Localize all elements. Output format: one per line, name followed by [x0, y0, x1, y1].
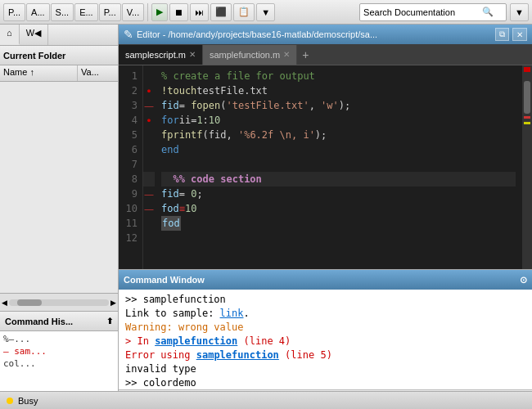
code-line-10: fod ≡ 10	[161, 201, 516, 216]
tab-a[interactable]: A...	[26, 3, 50, 21]
toolbar-btn-3[interactable]: ⬛	[210, 3, 232, 21]
search-input[interactable]	[363, 7, 482, 17]
cmd-error-loc: (line 4)	[237, 335, 291, 347]
cmd-prompt-1: >> samplefunction	[125, 294, 226, 305]
tab-label-2: samplefunction.m	[210, 50, 280, 60]
toolbar-btn-5[interactable]: ▼	[256, 3, 275, 21]
tab-p1[interactable]: P...	[3, 3, 25, 21]
toolbar-filter[interactable]: ▼	[510, 3, 529, 21]
editor-window: ✎ Editor - /home/andy/projects/base16-ma…	[119, 25, 532, 270]
col-name-header: Name ↑	[0, 65, 78, 81]
cmd-line-2: Link to sample: link.	[125, 307, 525, 321]
editor-scrollbar-right[interactable]	[522, 65, 532, 269]
scroll-thumb-right	[524, 81, 530, 114]
editor-close[interactable]: ✕	[512, 28, 527, 41]
editor-title: Editor - /home/andy/projects/base16-matl…	[137, 29, 377, 39]
hist-item-3[interactable]: col...	[3, 357, 115, 370]
line-numbers: 1 2 3 4 5 6 7 8 9 10 11 12	[119, 65, 143, 269]
titlebar-right: ⧉ ✕	[495, 28, 527, 41]
tab-close-1[interactable]: ✕	[189, 51, 196, 59]
tab-s[interactable]: S...	[51, 3, 74, 21]
scroll-left-icon[interactable]: ◀	[2, 299, 7, 307]
toolbar-btn-4[interactable]: 📋	[233, 3, 255, 21]
cmd-invalid-type: invalid type	[125, 363, 196, 375]
sidebar-scroll-area[interactable]: ◀ ▶	[0, 293, 118, 311]
run-button[interactable]: ▶	[151, 3, 168, 21]
cmd-line-1: >> samplefunction	[125, 293, 525, 307]
code-line-2: !touch testFile.txt	[161, 83, 516, 98]
cmd-line-5: Error using samplefunction (line 5)	[125, 348, 525, 362]
sidebar-header-label: Current Folder	[3, 51, 65, 61]
cmd-link-period: .	[244, 308, 250, 319]
editor-titlebar: ✎ Editor - /home/andy/projects/base16-ma…	[119, 25, 532, 44]
code-line-8: %% code section	[161, 172, 516, 187]
busy-indicator	[7, 398, 13, 404]
hist-item-1[interactable]: %–...	[3, 333, 115, 345]
titlebar-left: ✎ Editor - /home/andy/projects/base16-ma…	[124, 28, 377, 41]
cmd-line-7: >> colordemo	[125, 376, 525, 389]
cmd-error-loc2: (line 5)	[279, 349, 332, 361]
col-val-header: Va...	[78, 65, 118, 81]
cmd-title: Command Window	[124, 275, 205, 285]
tab-p2[interactable]: P...	[99, 3, 121, 21]
editor-tabs: samplescript.m ✕ samplefunction.m ✕ +	[119, 44, 532, 65]
cmd-history-expand[interactable]: ⬆	[106, 317, 113, 326]
cmd-link[interactable]: link	[220, 308, 244, 319]
file-table	[0, 82, 118, 293]
cmd-error-func2[interactable]: samplefunction	[196, 349, 279, 361]
toolbar-btn-1[interactable]: ⏹	[169, 3, 188, 21]
search-box: 🔍	[359, 3, 507, 21]
scroll-right-icon[interactable]: ▶	[110, 299, 116, 307]
cmd-error-in: > In	[125, 335, 155, 347]
tab-close-2[interactable]: ✕	[283, 51, 290, 59]
editor-area: ✎ Editor - /home/andy/projects/base16-ma…	[119, 25, 532, 409]
cmd-content[interactable]: >> samplefunction Link to sample: link. …	[119, 290, 532, 389]
cmd-link-label: Link to sample:	[125, 308, 220, 319]
toolbar: P... A... S... E... P... V... ▶ ⏹ ⏭ ⬛ 📋 …	[0, 0, 532, 25]
editor-undock[interactable]: ⧉	[495, 28, 509, 41]
cmd-line-6: invalid type	[125, 362, 525, 376]
cmd-history-title: Command His...	[5, 317, 73, 326]
marker-column: · ● — ● — —	[143, 65, 155, 269]
editor-tab-samplescript[interactable]: samplescript.m ✕	[119, 45, 203, 65]
editor-tab-add[interactable]: +	[297, 45, 313, 65]
code-line-6: end	[161, 142, 516, 157]
command-window: Command Window ⊙ >> samplefunction Link …	[119, 270, 532, 409]
sidebar-folder-header: Current Folder	[0, 46, 118, 65]
tab-v[interactable]: V...	[122, 3, 145, 21]
search-icon: 🔍	[482, 7, 494, 17]
cmd-titlebar: Command Window ⊙	[119, 270, 532, 290]
cmd-prompt-2: >> colordemo	[125, 377, 196, 389]
sidebar-tab-folder[interactable]: ⌂	[0, 25, 20, 45]
statusbar: Busy	[0, 391, 532, 409]
file-table-header: Name ↑ Va...	[0, 65, 118, 82]
code-line-9: fid = 0;	[161, 187, 516, 201]
toolbar-btn-2[interactable]: ⏭	[190, 3, 209, 21]
status-text: Busy	[18, 396, 38, 406]
hist-item-2[interactable]: – sam...	[3, 345, 115, 357]
code-line-7	[161, 157, 516, 172]
code-line-3: fid = fopen('testFile.txt', 'w');	[161, 98, 516, 113]
cmd-history-header: Command His... ⬆	[0, 312, 118, 331]
scroll-thumb	[17, 299, 42, 306]
sidebar-tabs: ⌂ W◀	[0, 25, 118, 46]
editor-content: 1 2 3 4 5 6 7 8 9 10 11 12 · ● —	[119, 65, 532, 269]
cmd-expand-icon[interactable]: ⊙	[520, 275, 527, 285]
sidebar-tab-workspace[interactable]: W◀	[20, 25, 48, 45]
code-line-12	[161, 231, 516, 245]
tab-e[interactable]: E...	[74, 3, 98, 21]
scroll-track[interactable]	[9, 299, 109, 306]
code-line-11: fod	[161, 216, 516, 231]
code-line-5: fprintf(fid, '%6.2f \n, i');	[161, 128, 516, 142]
cmd-error-func[interactable]: samplefunction	[155, 335, 237, 347]
cmd-error-using: Error using	[125, 349, 196, 361]
tab-label-1: samplescript.m	[125, 50, 186, 60]
editor-icon: ✎	[124, 28, 133, 41]
toolbar-tabs: P... A... S... E... P... V...	[3, 3, 148, 21]
main-layout: ⌂ W◀ Current Folder Name ↑ Va... ◀ ▶ Com…	[0, 25, 532, 409]
code-area[interactable]: % create a file for output !touch testFi…	[155, 65, 522, 269]
code-line-1: % create a file for output	[161, 69, 516, 83]
editor-tab-samplefunction[interactable]: samplefunction.m ✕	[203, 45, 297, 65]
cmd-warning-text: Warning: wrong value	[125, 321, 244, 333]
cmd-line-4: > In samplefunction (line 4)	[125, 335, 525, 348]
